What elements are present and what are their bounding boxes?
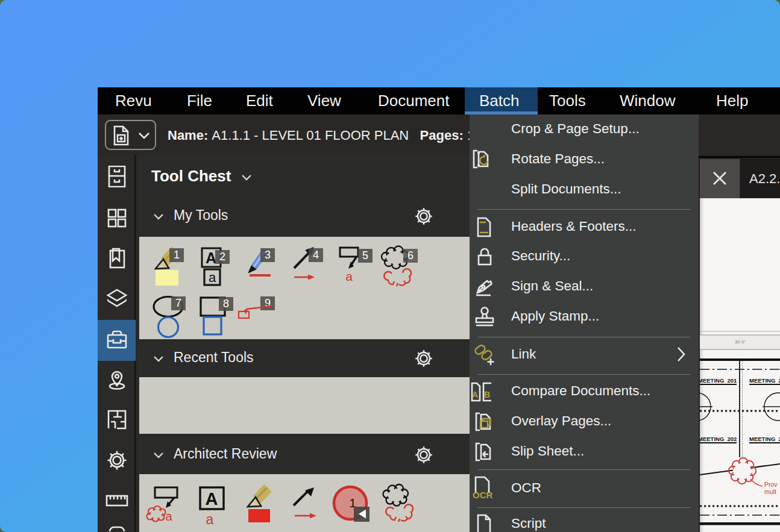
svg-text:mult: mult bbox=[764, 488, 776, 495]
svg-text:3: 3 bbox=[265, 249, 271, 261]
svg-text:a: a bbox=[209, 270, 216, 285]
svg-text:MEETING 2: MEETING 2 bbox=[749, 436, 780, 442]
svg-text:B: B bbox=[484, 390, 490, 399]
svg-text:A: A bbox=[206, 249, 216, 266]
svg-text:MEETING 2: MEETING 2 bbox=[749, 377, 780, 384]
svg-text:a: a bbox=[345, 269, 353, 283]
svg-text:MEETING 201: MEETING 201 bbox=[700, 377, 737, 384]
svg-text:MEETING 202: MEETING 202 bbox=[700, 436, 737, 442]
svg-text:6: 6 bbox=[407, 249, 414, 261]
svg-text:OCR: OCR bbox=[473, 490, 493, 500]
svg-text:2: 2 bbox=[219, 251, 225, 263]
svg-text:A: A bbox=[206, 489, 218, 509]
svg-text:1: 1 bbox=[174, 249, 180, 261]
svg-text:A: A bbox=[472, 390, 479, 399]
svg-text:a: a bbox=[206, 512, 214, 527]
svg-text:30'-0": 30'-0" bbox=[735, 340, 746, 344]
svg-text:a: a bbox=[165, 510, 172, 523]
svg-text:4: 4 bbox=[313, 249, 319, 261]
svg-text:5: 5 bbox=[362, 249, 368, 261]
svg-text:Prov: Prov bbox=[764, 481, 778, 488]
svg-text:7: 7 bbox=[175, 297, 181, 309]
svg-text:8: 8 bbox=[223, 298, 229, 310]
